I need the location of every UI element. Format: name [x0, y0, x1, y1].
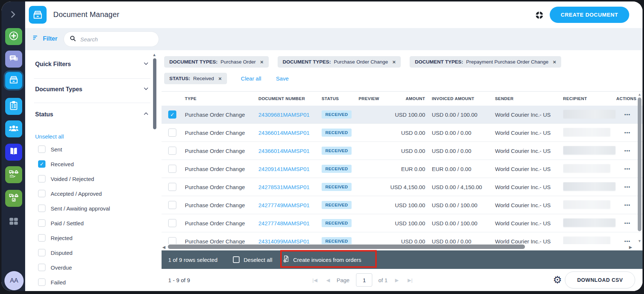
- row-actions-button[interactable]: •••: [616, 220, 638, 226]
- download-csv-button[interactable]: DOWNLOAD CSV: [565, 271, 635, 288]
- help-lifebuoy-icon[interactable]: [535, 10, 544, 20]
- previous-page-icon[interactable]: ◀: [326, 277, 330, 283]
- section-quick-filters[interactable]: Quick Filters: [35, 61, 149, 68]
- horizontal-scrollbar[interactable]: ◀ ▶: [162, 244, 641, 250]
- status-filter-option[interactable]: Sent: [38, 142, 154, 157]
- row-checkbox[interactable]: [168, 110, 176, 119]
- sidebar-item-contacts[interactable]: [5, 120, 22, 137]
- row-actions-button[interactable]: •••: [616, 184, 638, 190]
- row-checkbox[interactable]: [168, 219, 176, 227]
- status-checkbox[interactable]: [38, 175, 45, 182]
- status-checkbox[interactable]: [38, 160, 45, 168]
- clear-all-link[interactable]: Clear all: [241, 75, 261, 82]
- status-checkbox[interactable]: [38, 146, 45, 153]
- create-document-button[interactable]: CREATE DOCUMENT: [550, 7, 629, 23]
- column-document-number[interactable]: DOCUMENT NUMBER: [258, 96, 322, 101]
- unselect-all-link[interactable]: Unselect all: [35, 133, 64, 140]
- status-checkbox[interactable]: [38, 190, 45, 197]
- status-checkbox[interactable]: [38, 264, 45, 271]
- sidebar-expand-icon[interactable]: [8, 10, 18, 19]
- document-number-link[interactable]: 24366014MAMSP01: [258, 148, 309, 154]
- status-filter-option[interactable]: Sent / Awaiting approval: [38, 201, 154, 216]
- section-document-types[interactable]: Document Types: [35, 86, 149, 93]
- row-actions-button[interactable]: •••: [616, 130, 638, 136]
- column-sender[interactable]: SENDER: [495, 96, 563, 101]
- status-filter-option[interactable]: Received: [38, 157, 154, 171]
- scroll-left-icon[interactable]: ◀: [162, 245, 165, 250]
- filter-toggle[interactable]: Filter: [33, 34, 57, 43]
- status-checkbox[interactable]: [38, 278, 45, 286]
- sidebar-item-catalog[interactable]: [5, 144, 22, 161]
- document-number-link[interactable]: 24277748MAMSP01: [258, 220, 309, 226]
- scroll-right-icon[interactable]: ▶: [629, 245, 632, 250]
- column-invoiced-amount[interactable]: INVOICED AMOUNT: [432, 96, 495, 101]
- sidebar-item-messages[interactable]: [5, 51, 22, 68]
- status-filter-option[interactable]: Accepted / Approved: [38, 186, 154, 201]
- row-actions-button[interactable]: •••: [616, 202, 638, 208]
- row-type: Purchase Order Change: [185, 112, 258, 118]
- panel-scrollbar[interactable]: ▲: [153, 52, 157, 137]
- sidebar-item-logistics-confirm[interactable]: [5, 190, 22, 207]
- vertical-scrollbar[interactable]: ▲ ▼: [637, 92, 642, 243]
- create-invoices-from-orders-button[interactable]: Create invoices from orders: [282, 255, 361, 264]
- scroll-up-icon[interactable]: ▲: [638, 92, 641, 96]
- scroll-up-icon[interactable]: ▲: [152, 52, 156, 57]
- column-amount[interactable]: AMOUNT: [381, 96, 432, 101]
- chip-close-icon[interactable]: ×: [218, 76, 222, 81]
- row-checkbox[interactable]: [168, 165, 176, 173]
- document-number-link[interactable]: 24314099MAMSP01: [258, 238, 309, 245]
- column-recipient[interactable]: RECIPIENT: [563, 96, 616, 101]
- sidebar-item-logistics-handover[interactable]: [5, 166, 22, 183]
- document-number-link[interactable]: 24277749MAMSP01: [258, 202, 309, 208]
- document-number-link[interactable]: 24209141MAMSP01: [258, 166, 309, 172]
- search-input[interactable]: [80, 36, 155, 42]
- user-avatar[interactable]: AA: [4, 271, 24, 290]
- status-filter-option[interactable]: Failed: [38, 275, 154, 290]
- horizontal-scrollbar-thumb[interactable]: [168, 245, 525, 249]
- next-page-icon[interactable]: ▶: [395, 277, 399, 283]
- row-checkbox[interactable]: [168, 147, 176, 155]
- row-actions-button[interactable]: •••: [616, 148, 638, 154]
- status-filter-option[interactable]: Rejected: [38, 230, 154, 245]
- chip-close-icon[interactable]: ×: [553, 59, 556, 65]
- panel-scrollbar-thumb[interactable]: [153, 58, 156, 129]
- status-filter-option[interactable]: Paid / Settled: [38, 216, 154, 230]
- sidebar-add-button[interactable]: [5, 28, 22, 45]
- status-filter-option[interactable]: Disputed: [38, 245, 154, 260]
- document-number-link[interactable]: 24309681MAMSP01: [258, 112, 309, 118]
- row-actions-button[interactable]: •••: [616, 112, 638, 117]
- chip-close-icon[interactable]: ×: [260, 59, 264, 65]
- status-checkbox[interactable]: [38, 205, 45, 212]
- row-checkbox[interactable]: [168, 237, 176, 244]
- page-number-input[interactable]: [356, 273, 372, 287]
- last-page-icon[interactable]: ▶|: [407, 277, 412, 283]
- column-preview[interactable]: PREVIEW: [359, 96, 381, 101]
- vertical-scrollbar-thumb[interactable]: [638, 98, 641, 231]
- deselect-all-button[interactable]: Deselect all: [233, 256, 272, 263]
- column-type[interactable]: TYPE: [185, 96, 258, 101]
- status-filter-option[interactable]: Voided / Rejected: [38, 171, 154, 186]
- deselect-checkbox-icon[interactable]: [233, 256, 240, 263]
- row-checkbox[interactable]: [168, 201, 176, 209]
- status-filter-option[interactable]: Overdue: [38, 260, 154, 275]
- document-number-link[interactable]: 24366014MAMSP01: [258, 130, 309, 136]
- chip-close-icon[interactable]: ×: [392, 59, 396, 65]
- sidebar-item-document-manager-active[interactable]: [5, 72, 22, 89]
- status-checkbox[interactable]: [38, 249, 45, 256]
- row-checkbox[interactable]: [168, 183, 176, 191]
- status-checkbox[interactable]: [38, 219, 45, 227]
- status-checkbox[interactable]: [38, 234, 45, 242]
- sidebar-item-tasks[interactable]: [5, 98, 22, 115]
- scroll-down-icon[interactable]: ▼: [638, 239, 641, 243]
- save-filter-link[interactable]: Save: [276, 75, 289, 82]
- row-actions-button[interactable]: •••: [616, 166, 638, 172]
- table-settings-gear-icon[interactable]: ⚙: [553, 275, 562, 285]
- section-status[interactable]: Status: [35, 111, 149, 118]
- first-page-icon[interactable]: |◀: [312, 277, 317, 283]
- document-number-link[interactable]: 24278531MAMSP01: [258, 184, 309, 190]
- sidebar-item-apps[interactable]: [5, 213, 22, 230]
- row-actions-button[interactable]: •••: [616, 239, 638, 244]
- row-checkbox[interactable]: [168, 129, 176, 137]
- documents-table: TYPE DOCUMENT NUMBER STATUS PREVIEW AMOU…: [162, 91, 643, 244]
- column-status[interactable]: STATUS: [322, 96, 359, 101]
